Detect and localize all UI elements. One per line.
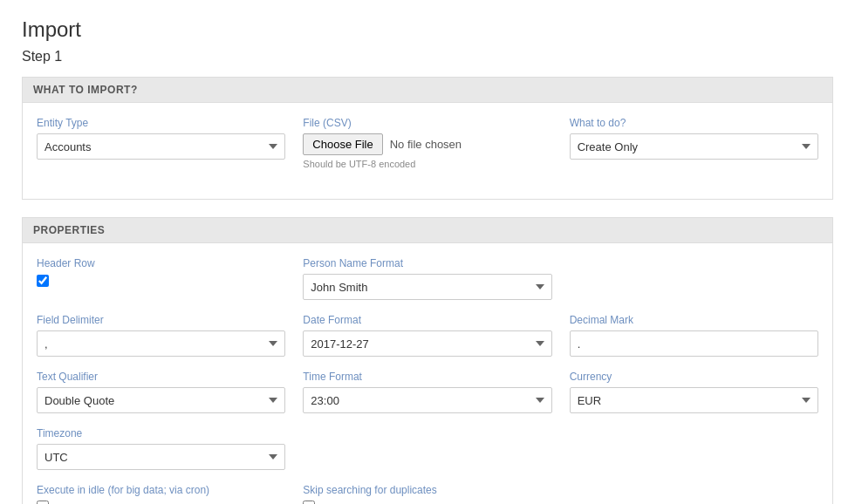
timezone-label: Timezone: [37, 427, 285, 439]
text-qualifier-select[interactable]: Double Quote Single Quote None: [37, 387, 285, 413]
header-row-label: Header Row: [37, 257, 285, 269]
text-qualifier-label: Text Qualifier: [37, 371, 285, 383]
what-to-do-group: What to do? Create Only Create and Updat…: [570, 117, 818, 160]
what-to-do-select[interactable]: Create Only Create and Update Update Onl…: [570, 133, 818, 160]
skip-duplicates-group: Skip searching for duplicates: [303, 484, 551, 504]
no-file-text: No file chosen: [390, 138, 462, 151]
person-name-format-select[interactable]: John Smith Smith John: [303, 274, 551, 300]
what-to-import-header: WHAT TO IMPORT?: [23, 78, 832, 103]
entity-type-group: Entity Type Accounts Contacts Leads Oppo…: [37, 117, 285, 160]
text-qualifier-group: Text Qualifier Double Quote Single Quote…: [37, 371, 285, 413]
field-delimiter-select[interactable]: , ; Tab |: [37, 330, 285, 357]
currency-group: Currency EUR USD GBP JPY: [570, 371, 818, 413]
step-label: Step 1: [22, 49, 833, 65]
what-to-do-label: What to do?: [570, 117, 818, 129]
date-format-select[interactable]: 2017-12-27 12/27/2017 27.12.2017: [303, 330, 551, 357]
decimal-mark-label: Decimal Mark: [570, 314, 818, 326]
file-hint: Should be UTF-8 encoded: [303, 159, 551, 169]
what-to-import-section: WHAT TO IMPORT? Entity Type Accounts Con…: [22, 77, 833, 200]
time-format-label: Time Format: [303, 371, 551, 383]
entity-type-label: Entity Type: [37, 117, 285, 129]
file-csv-group: File (CSV) Choose File No file chosen Sh…: [303, 117, 551, 169]
skip-duplicates-checkbox[interactable]: [303, 501, 315, 504]
field-delimiter-group: Field Delimiter , ; Tab |: [37, 314, 285, 357]
decimal-mark-input[interactable]: [570, 330, 818, 357]
execute-idle-group: Execute in idle (for big data; via cron): [37, 484, 285, 504]
date-format-group: Date Format 2017-12-27 12/27/2017 27.12.…: [303, 314, 551, 357]
skip-duplicates-label: Skip searching for duplicates: [303, 484, 551, 496]
date-format-label: Date Format: [303, 314, 551, 326]
currency-label: Currency: [570, 371, 818, 383]
person-name-format-label: Person Name Format: [303, 257, 551, 269]
page-title: Import: [22, 17, 833, 42]
execute-idle-label: Execute in idle (for big data; via cron): [37, 484, 285, 496]
person-name-format-group: Person Name Format John Smith Smith John: [303, 257, 551, 300]
properties-section: PROPERTIES Header Row Person Name Format…: [22, 217, 833, 504]
properties-header: PROPERTIES: [23, 218, 832, 243]
timezone-group: Timezone UTC US/Eastern US/Pacific Europ…: [37, 427, 285, 470]
field-delimiter-label: Field Delimiter: [37, 314, 285, 326]
currency-select[interactable]: EUR USD GBP JPY: [570, 387, 818, 413]
file-csv-label: File (CSV): [303, 117, 551, 129]
decimal-mark-group: Decimal Mark: [570, 314, 818, 357]
execute-idle-checkbox[interactable]: [37, 501, 49, 504]
time-format-select[interactable]: 23:00 11:00 PM: [303, 387, 551, 413]
header-row-group: Header Row: [37, 257, 285, 287]
timezone-select[interactable]: UTC US/Eastern US/Pacific Europe/London: [37, 444, 285, 470]
time-format-group: Time Format 23:00 11:00 PM: [303, 371, 551, 413]
choose-file-button[interactable]: Choose File: [303, 133, 382, 155]
header-row-checkbox[interactable]: [37, 275, 49, 287]
entity-type-select[interactable]: Accounts Contacts Leads Opportunities: [37, 133, 285, 160]
